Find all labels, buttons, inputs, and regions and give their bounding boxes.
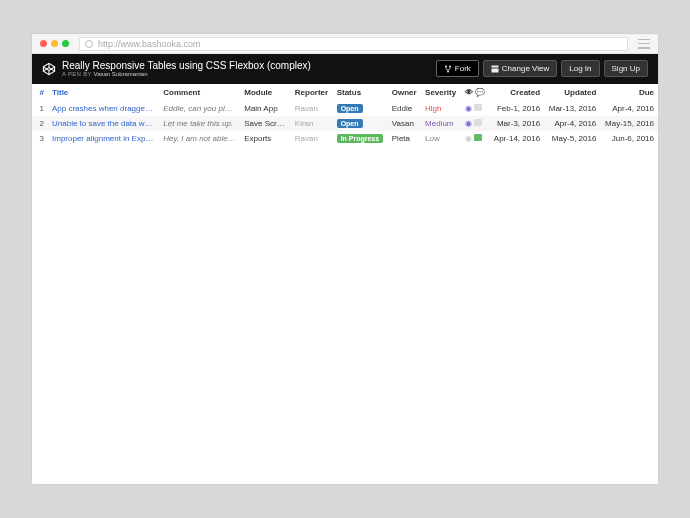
- cell-num: 3: [32, 131, 48, 146]
- cell-num: 1: [32, 101, 48, 116]
- cell-status: Open: [333, 116, 388, 131]
- close-icon[interactable]: [40, 40, 47, 47]
- maximize-icon[interactable]: [62, 40, 69, 47]
- cell-created: Apr-14, 2016: [489, 131, 544, 146]
- content-area: # Title Comment Module Reporter Status O…: [32, 84, 658, 484]
- fork-icon: [444, 65, 452, 73]
- codepen-icon: [42, 62, 56, 76]
- col-status[interactable]: Status: [333, 84, 388, 101]
- codepen-header: Really Responsive Tables using CSS Flexb…: [32, 54, 658, 84]
- browser-chrome: http://www.bashooka.com: [32, 34, 658, 54]
- cell-comment: Eddie, can you plea…: [159, 101, 240, 116]
- cell-updated: Mar-13, 2016: [544, 101, 600, 116]
- cell-created: Mar-3, 2016: [489, 116, 544, 131]
- table-row[interactable]: 3Improper alignment in Export sec…Hey, I…: [32, 131, 658, 146]
- cell-comment: Let me take this up.: [159, 116, 240, 131]
- col-reporter[interactable]: Reporter: [291, 84, 333, 101]
- login-label: Log In: [569, 64, 591, 73]
- comment-icon: [474, 119, 482, 126]
- url-bar[interactable]: http://www.bashooka.com: [79, 37, 628, 51]
- col-owner[interactable]: Owner: [388, 84, 421, 101]
- change-view-label: Change View: [502, 64, 549, 73]
- cell-due: May-15, 2016: [600, 116, 658, 131]
- cell-owner: Pieta: [388, 131, 421, 146]
- cell-title[interactable]: Improper alignment in Export sec…: [48, 131, 159, 146]
- cell-status: Open: [333, 101, 388, 116]
- cell-title[interactable]: App crashes when dragged by ti…: [48, 101, 159, 116]
- col-created[interactable]: Created: [489, 84, 544, 101]
- signup-label: Sign Up: [612, 64, 640, 73]
- header-left: Really Responsive Tables using CSS Flexb…: [42, 60, 311, 78]
- cell-due: Apr-4, 2016: [600, 101, 658, 116]
- watch-icon: ◉: [465, 104, 472, 113]
- pen-author: A PEN BY Vasan Subramanian: [62, 71, 311, 78]
- cell-reporter: Kiran: [291, 116, 333, 131]
- cell-created: Feb-1, 2016: [489, 101, 544, 116]
- cell-updated: Apr-4, 2016: [544, 116, 600, 131]
- table-row[interactable]: 1App crashes when dragged by ti…Eddie, c…: [32, 101, 658, 116]
- col-module[interactable]: Module: [240, 84, 291, 101]
- status-badge: Open: [337, 119, 363, 128]
- browser-window: http://www.bashooka.com Really Responsiv…: [31, 33, 659, 485]
- url-text: http://www.bashooka.com: [98, 39, 201, 49]
- menu-icon[interactable]: [638, 39, 650, 49]
- signup-button[interactable]: Sign Up: [604, 60, 648, 77]
- cell-status: In Progress: [333, 131, 388, 146]
- svg-rect-6: [491, 65, 498, 67]
- watch-icon: ◉: [465, 119, 472, 128]
- fork-button[interactable]: Fork: [436, 60, 479, 77]
- window-controls: [40, 40, 69, 47]
- cell-indicators: ◉: [461, 101, 490, 116]
- table-row[interactable]: 2Unable to save the data when us…Let me …: [32, 116, 658, 131]
- svg-point-5: [447, 70, 449, 72]
- cell-comment: Hey, I am not able t…: [159, 131, 240, 146]
- comment-icon: [474, 134, 482, 141]
- svg-rect-7: [491, 68, 498, 72]
- col-updated[interactable]: Updated: [544, 84, 600, 101]
- fork-label: Fork: [455, 64, 471, 73]
- cell-reporter: Ravan: [291, 131, 333, 146]
- issues-table: # Title Comment Module Reporter Status O…: [32, 84, 658, 146]
- status-badge: Open: [337, 104, 363, 113]
- watch-icon: ◉: [465, 134, 472, 143]
- cell-indicators: ◉: [461, 116, 490, 131]
- col-severity[interactable]: Severity: [421, 84, 461, 101]
- cell-severity: Medium: [421, 116, 461, 131]
- col-num[interactable]: #: [32, 84, 48, 101]
- pen-title: Really Responsive Tables using CSS Flexb…: [62, 60, 311, 71]
- svg-point-3: [445, 65, 447, 67]
- cell-severity: High: [421, 101, 461, 116]
- comment-icon: [474, 104, 482, 111]
- svg-point-4: [449, 65, 451, 67]
- minimize-icon[interactable]: [51, 40, 58, 47]
- cell-owner: Eddie: [388, 101, 421, 116]
- globe-icon: [85, 40, 93, 48]
- cell-module: Exports: [240, 131, 291, 146]
- cell-title[interactable]: Unable to save the data when us…: [48, 116, 159, 131]
- cell-module: Save Screen: [240, 116, 291, 131]
- status-badge: In Progress: [337, 134, 384, 143]
- header-buttons: Fork Change View Log In Sign Up: [436, 60, 648, 77]
- col-indicators[interactable]: 👁 💬: [461, 84, 490, 101]
- layout-icon: [491, 65, 499, 73]
- cell-num: 2: [32, 116, 48, 131]
- cell-updated: May-5, 2016: [544, 131, 600, 146]
- col-title[interactable]: Title: [48, 84, 159, 101]
- cell-severity: Low: [421, 131, 461, 146]
- cell-reporter: Ravan: [291, 101, 333, 116]
- login-button[interactable]: Log In: [561, 60, 599, 77]
- author-prefix: A PEN BY: [62, 71, 94, 77]
- cell-owner: Vasan: [388, 116, 421, 131]
- author-name[interactable]: Vasan Subramanian: [94, 71, 148, 77]
- cell-indicators: ◉: [461, 131, 490, 146]
- col-due[interactable]: Due: [600, 84, 658, 101]
- title-block: Really Responsive Tables using CSS Flexb…: [62, 60, 311, 78]
- table-header-row: # Title Comment Module Reporter Status O…: [32, 84, 658, 101]
- change-view-button[interactable]: Change View: [483, 60, 557, 77]
- col-comment[interactable]: Comment: [159, 84, 240, 101]
- cell-module: Main App: [240, 101, 291, 116]
- cell-due: Jun-6, 2016: [600, 131, 658, 146]
